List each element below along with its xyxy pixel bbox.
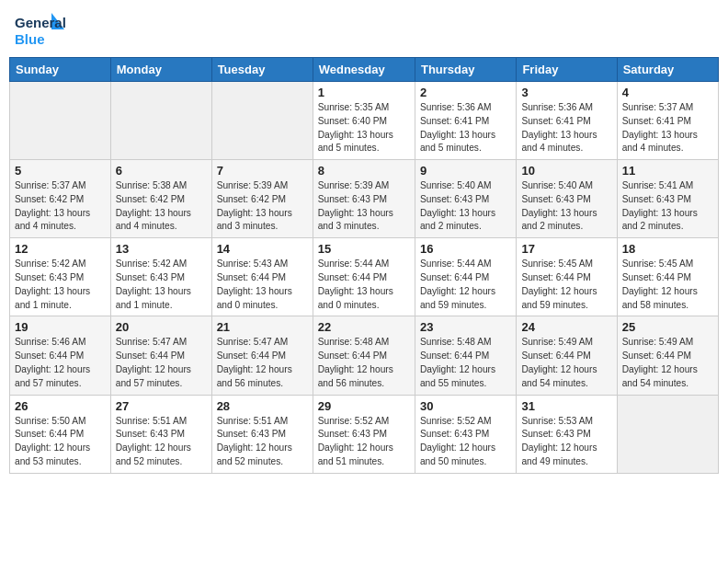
calendar-cell: 13Sunrise: 5:42 AM Sunset: 6:43 PM Dayli… xyxy=(110,238,211,316)
calendar-cell: 7Sunrise: 5:39 AM Sunset: 6:42 PM Daylig… xyxy=(211,160,313,238)
calendar-cell xyxy=(617,395,718,473)
day-info: Sunrise: 5:36 AM Sunset: 6:41 PM Dayligh… xyxy=(420,101,511,155)
day-number: 6 xyxy=(116,164,207,178)
day-info: Sunrise: 5:44 AM Sunset: 6:44 PM Dayligh… xyxy=(318,258,410,312)
calendar-cell: 9Sunrise: 5:40 AM Sunset: 6:43 PM Daylig… xyxy=(415,160,516,238)
day-number: 17 xyxy=(521,242,611,256)
day-info: Sunrise: 5:52 AM Sunset: 6:43 PM Dayligh… xyxy=(318,415,410,469)
day-number: 5 xyxy=(15,164,106,178)
day-info: Sunrise: 5:49 AM Sunset: 6:44 PM Dayligh… xyxy=(521,336,611,390)
day-number: 14 xyxy=(217,242,308,256)
day-number: 15 xyxy=(318,242,410,256)
calendar-cell xyxy=(110,82,211,160)
calendar-cell: 14Sunrise: 5:43 AM Sunset: 6:44 PM Dayli… xyxy=(211,238,313,316)
calendar-cell: 8Sunrise: 5:39 AM Sunset: 6:43 PM Daylig… xyxy=(313,160,415,238)
day-info: Sunrise: 5:48 AM Sunset: 6:44 PM Dayligh… xyxy=(420,336,511,390)
day-info: Sunrise: 5:35 AM Sunset: 6:40 PM Dayligh… xyxy=(318,101,410,155)
day-number: 2 xyxy=(420,86,511,99)
calendar-cell: 16Sunrise: 5:44 AM Sunset: 6:44 PM Dayli… xyxy=(415,238,516,316)
day-number: 16 xyxy=(420,242,511,256)
calendar-cell: 30Sunrise: 5:52 AM Sunset: 6:43 PM Dayli… xyxy=(415,395,516,473)
day-info: Sunrise: 5:46 AM Sunset: 6:44 PM Dayligh… xyxy=(15,336,106,390)
calendar-cell: 12Sunrise: 5:42 AM Sunset: 6:43 PM Dayli… xyxy=(10,238,111,316)
day-number: 29 xyxy=(318,399,410,413)
col-header-thursday: Thursday xyxy=(415,58,516,82)
calendar-cell: 25Sunrise: 5:49 AM Sunset: 6:44 PM Dayli… xyxy=(617,316,718,395)
calendar-cell: 28Sunrise: 5:51 AM Sunset: 6:43 PM Dayli… xyxy=(211,395,313,473)
calendar-cell: 31Sunrise: 5:53 AM Sunset: 6:43 PM Dayli… xyxy=(517,395,617,473)
calendar-header-row: SundayMondayTuesdayWednesdayThursdayFrid… xyxy=(10,58,719,82)
day-number: 12 xyxy=(15,242,106,256)
calendar-cell: 1Sunrise: 5:35 AM Sunset: 6:40 PM Daylig… xyxy=(313,82,415,160)
col-header-monday: Monday xyxy=(110,58,211,82)
calendar-week-1: 1Sunrise: 5:35 AM Sunset: 6:40 PM Daylig… xyxy=(10,82,719,160)
col-header-tuesday: Tuesday xyxy=(211,58,313,82)
calendar-cell: 15Sunrise: 5:44 AM Sunset: 6:44 PM Dayli… xyxy=(313,238,415,316)
day-info: Sunrise: 5:37 AM Sunset: 6:42 PM Dayligh… xyxy=(15,179,106,234)
day-info: Sunrise: 5:44 AM Sunset: 6:44 PM Dayligh… xyxy=(420,258,511,312)
calendar-cell: 11Sunrise: 5:41 AM Sunset: 6:43 PM Dayli… xyxy=(617,160,718,238)
day-info: Sunrise: 5:43 AM Sunset: 6:44 PM Dayligh… xyxy=(217,258,308,312)
calendar-cell: 10Sunrise: 5:40 AM Sunset: 6:43 PM Dayli… xyxy=(517,160,617,238)
day-info: Sunrise: 5:51 AM Sunset: 6:43 PM Dayligh… xyxy=(217,415,308,469)
day-info: Sunrise: 5:40 AM Sunset: 6:43 PM Dayligh… xyxy=(420,179,511,234)
calendar-cell: 20Sunrise: 5:47 AM Sunset: 6:44 PM Dayli… xyxy=(110,316,211,395)
day-number: 26 xyxy=(15,399,106,413)
day-number: 10 xyxy=(521,164,611,178)
calendar-cell: 2Sunrise: 5:36 AM Sunset: 6:41 PM Daylig… xyxy=(415,82,516,160)
svg-text:General: General xyxy=(15,15,66,30)
col-header-friday: Friday xyxy=(517,58,617,82)
day-number: 31 xyxy=(521,399,611,413)
day-number: 28 xyxy=(217,399,308,413)
calendar-cell: 21Sunrise: 5:47 AM Sunset: 6:44 PM Dayli… xyxy=(211,316,313,395)
day-number: 19 xyxy=(15,320,106,334)
day-number: 8 xyxy=(318,164,410,178)
day-number: 1 xyxy=(318,86,410,99)
day-number: 9 xyxy=(420,164,511,178)
day-info: Sunrise: 5:52 AM Sunset: 6:43 PM Dayligh… xyxy=(420,415,511,469)
calendar-cell: 18Sunrise: 5:45 AM Sunset: 6:44 PM Dayli… xyxy=(617,238,718,316)
day-info: Sunrise: 5:49 AM Sunset: 6:44 PM Dayligh… xyxy=(622,336,713,390)
calendar-cell: 17Sunrise: 5:45 AM Sunset: 6:44 PM Dayli… xyxy=(517,238,617,316)
calendar-cell: 22Sunrise: 5:48 AM Sunset: 6:44 PM Dayli… xyxy=(313,316,415,395)
calendar-cell: 23Sunrise: 5:48 AM Sunset: 6:44 PM Dayli… xyxy=(415,316,516,395)
day-info: Sunrise: 5:38 AM Sunset: 6:42 PM Dayligh… xyxy=(116,179,207,234)
day-number: 18 xyxy=(622,242,713,256)
day-number: 4 xyxy=(622,86,713,99)
day-number: 7 xyxy=(217,164,308,178)
calendar-cell: 3Sunrise: 5:36 AM Sunset: 6:41 PM Daylig… xyxy=(517,82,617,160)
calendar-cell: 29Sunrise: 5:52 AM Sunset: 6:43 PM Dayli… xyxy=(313,395,415,473)
day-info: Sunrise: 5:50 AM Sunset: 6:44 PM Dayligh… xyxy=(15,415,106,469)
day-info: Sunrise: 5:42 AM Sunset: 6:43 PM Dayligh… xyxy=(15,258,106,312)
calendar-cell: 4Sunrise: 5:37 AM Sunset: 6:41 PM Daylig… xyxy=(617,82,718,160)
col-header-saturday: Saturday xyxy=(617,58,718,82)
day-info: Sunrise: 5:53 AM Sunset: 6:43 PM Dayligh… xyxy=(521,415,611,469)
day-number: 25 xyxy=(622,320,713,334)
calendar-week-5: 26Sunrise: 5:50 AM Sunset: 6:44 PM Dayli… xyxy=(10,395,719,473)
logo: GeneralBlue xyxy=(13,9,68,50)
svg-text:Blue: Blue xyxy=(15,31,45,47)
day-number: 30 xyxy=(420,399,511,413)
calendar-cell: 27Sunrise: 5:51 AM Sunset: 6:43 PM Dayli… xyxy=(110,395,211,473)
calendar-cell: 6Sunrise: 5:38 AM Sunset: 6:42 PM Daylig… xyxy=(110,160,211,238)
day-number: 20 xyxy=(116,320,207,334)
day-number: 24 xyxy=(521,320,611,334)
day-info: Sunrise: 5:47 AM Sunset: 6:44 PM Dayligh… xyxy=(116,336,207,390)
day-number: 22 xyxy=(318,320,410,334)
day-info: Sunrise: 5:36 AM Sunset: 6:41 PM Dayligh… xyxy=(521,101,611,155)
calendar-week-2: 5Sunrise: 5:37 AM Sunset: 6:42 PM Daylig… xyxy=(10,160,719,238)
page-header: GeneralBlue xyxy=(9,9,719,50)
day-info: Sunrise: 5:39 AM Sunset: 6:42 PM Dayligh… xyxy=(217,179,308,234)
day-info: Sunrise: 5:51 AM Sunset: 6:43 PM Dayligh… xyxy=(116,415,207,469)
day-number: 21 xyxy=(217,320,308,334)
day-info: Sunrise: 5:47 AM Sunset: 6:44 PM Dayligh… xyxy=(217,336,308,390)
calendar-cell: 5Sunrise: 5:37 AM Sunset: 6:42 PM Daylig… xyxy=(10,160,111,238)
calendar-cell: 26Sunrise: 5:50 AM Sunset: 6:44 PM Dayli… xyxy=(10,395,111,473)
day-info: Sunrise: 5:45 AM Sunset: 6:44 PM Dayligh… xyxy=(521,258,611,312)
day-info: Sunrise: 5:45 AM Sunset: 6:44 PM Dayligh… xyxy=(622,258,713,312)
day-info: Sunrise: 5:48 AM Sunset: 6:44 PM Dayligh… xyxy=(318,336,410,390)
calendar-cell: 19Sunrise: 5:46 AM Sunset: 6:44 PM Dayli… xyxy=(10,316,111,395)
logo-icon: GeneralBlue xyxy=(13,9,68,50)
day-info: Sunrise: 5:42 AM Sunset: 6:43 PM Dayligh… xyxy=(116,258,207,312)
day-number: 23 xyxy=(420,320,511,334)
